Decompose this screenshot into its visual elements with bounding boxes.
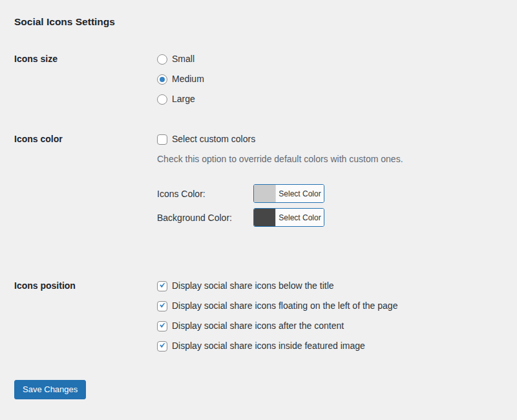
icons-position-row: Icons position Display social share icon…: [14, 279, 503, 353]
icons-color-swatch: [254, 185, 275, 202]
position-below-title-checkbox[interactable]: [157, 281, 167, 291]
icons-position-label: Icons position: [14, 279, 157, 293]
icons-color-controls: Select custom colors Check this option t…: [157, 132, 503, 227]
background-color-picker-row: Background Color: Select Color: [157, 208, 503, 227]
icons-size-label: Icons size: [14, 52, 157, 66]
position-after-content-label: Display social share icons after the con…: [172, 319, 344, 333]
position-option-featured-image[interactable]: Display social share icons inside featur…: [157, 339, 503, 353]
page-title: Social Icons Settings: [14, 16, 503, 28]
radio-large-label: Large: [172, 92, 195, 106]
icons-color-picker-row: Icons Color: Select Color: [157, 184, 503, 203]
icons-color-select-button[interactable]: Select Color: [253, 184, 324, 203]
radio-large-icon[interactable]: [157, 94, 167, 105]
radio-small-icon[interactable]: [157, 54, 167, 65]
save-changes-button[interactable]: Save Changes: [14, 380, 86, 399]
position-floating-left-label: Display social share icons floating on t…: [172, 299, 397, 313]
position-after-content-checkbox[interactable]: [157, 321, 167, 331]
background-color-swatch: [254, 209, 275, 226]
position-featured-image-label: Display social share icons inside featur…: [172, 339, 365, 353]
icons-size-row: Icons size Small Medium Large: [14, 52, 503, 106]
icons-color-label: Icons color: [14, 132, 157, 146]
social-icons-settings-page: Social Icons Settings Icons size Small M…: [0, 0, 517, 353]
radio-option-large[interactable]: Large: [157, 92, 503, 106]
position-option-floating-left[interactable]: Display social share icons floating on t…: [157, 299, 503, 313]
icons-size-options: Small Medium Large: [157, 52, 503, 106]
position-option-below-title[interactable]: Display social share icons below the tit…: [157, 279, 503, 293]
radio-small-label: Small: [172, 52, 195, 66]
background-color-select-button[interactable]: Select Color: [253, 208, 324, 227]
icons-color-description: Check this option to override default co…: [157, 152, 503, 166]
custom-colors-checkbox-label: Select custom colors: [172, 132, 255, 146]
position-floating-left-checkbox[interactable]: [157, 301, 167, 311]
check-icon: [157, 340, 167, 351]
radio-medium-icon[interactable]: [157, 74, 167, 85]
radio-option-medium[interactable]: Medium: [157, 72, 503, 86]
background-color-picker-label: Background Color:: [157, 213, 253, 223]
custom-colors-checkbox[interactable]: [157, 134, 167, 145]
icons-position-options: Display social share icons below the tit…: [157, 279, 503, 353]
position-below-title-label: Display social share icons below the tit…: [172, 279, 334, 293]
position-featured-image-checkbox[interactable]: [157, 341, 167, 352]
radio-option-small[interactable]: Small: [157, 52, 503, 66]
check-icon: [157, 300, 167, 311]
icons-color-picker-label: Icons Color:: [157, 189, 253, 199]
radio-medium-label: Medium: [172, 72, 204, 86]
icons-color-row: Icons color Select custom colors Check t…: [14, 132, 503, 227]
background-color-select-label: Select Color: [275, 209, 324, 226]
position-option-after-content[interactable]: Display social share icons after the con…: [157, 319, 503, 333]
custom-colors-checkbox-option[interactable]: Select custom colors: [157, 132, 503, 146]
icons-color-select-label: Select Color: [275, 185, 324, 202]
check-icon: [157, 320, 167, 331]
check-icon: [157, 280, 167, 291]
